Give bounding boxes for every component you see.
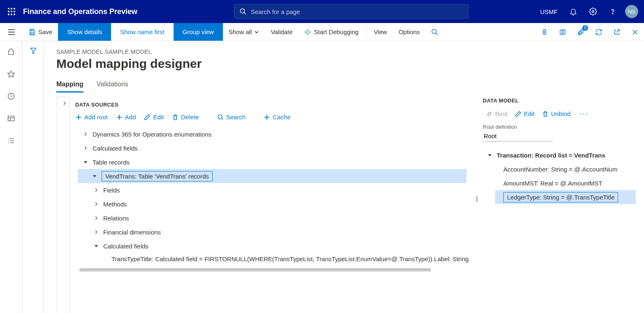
home-icon[interactable] [3,45,19,58]
delete-icon [542,111,549,117]
dm-more-button[interactable]: ··· [578,109,590,118]
edit-button[interactable]: Edit [144,114,164,121]
svg-point-23 [432,29,436,34]
unbind-button[interactable]: Unbind [542,110,571,117]
left-nav-rail [0,41,23,313]
tree-node-calc-fields-child[interactable]: Calculated fields [75,239,466,253]
svg-point-1 [11,8,12,9]
show-name-first-button[interactable]: Show name first [111,23,174,41]
svg-point-45 [218,115,222,119]
show-all-label: Show all [229,28,252,35]
attachments-button[interactable]: 0 [572,23,590,41]
refresh-button[interactable] [590,23,608,41]
notifications-icon[interactable] [563,0,583,23]
svg-point-2 [14,8,15,9]
recent-icon[interactable] [3,90,19,103]
tab-mapping[interactable]: Mapping [56,81,83,93]
svg-line-24 [436,33,438,35]
tree-node-fields[interactable]: Fields [75,183,466,197]
cache-button[interactable]: Cache [264,114,290,121]
user-avatar[interactable]: NS [625,5,638,18]
action-bar: Save Show details Show name first Group … [0,23,644,41]
action-search-button[interactable] [426,23,444,41]
nav-pane-toggle[interactable] [0,23,23,41]
tree-node-vendtrans[interactable]: VendTrans: Table 'VendTrans' records [78,169,466,183]
edit-icon [515,111,521,117]
popout-button[interactable] [608,23,626,41]
add-button[interactable]: Add [116,114,136,121]
tree-node-enumerations[interactable]: Dynamics 365 for Operations enumerations [75,127,466,141]
refresh-icon [595,28,602,36]
help-icon[interactable] [603,0,623,23]
start-debugging-button[interactable]: Start Debugging [298,23,364,41]
svg-point-4 [11,11,12,12]
settings-icon[interactable] [583,0,603,23]
legal-entity[interactable]: USMF [535,8,564,15]
diamond-icon [541,28,548,36]
modules-icon[interactable] [3,134,19,147]
debug-icon [304,28,311,36]
tree-node-methods[interactable]: Methods [75,197,466,211]
svg-point-18 [306,30,310,34]
app-title: Finance and Operations Preview [23,7,137,16]
close-icon [631,28,639,36]
main-content: SAMPLE MODEL SAMPLE MODEL Model mapping … [44,41,644,313]
root-definition-input[interactable] [483,131,553,141]
svg-point-11 [592,11,594,13]
view-menu[interactable]: View [368,23,393,41]
app-launcher-icon[interactable] [0,0,23,23]
show-details-button[interactable]: Show details [58,23,111,41]
search-button[interactable]: Search [217,114,246,121]
favorites-icon[interactable] [3,67,19,81]
horizontal-scrollbar[interactable] [79,268,446,272]
dm-node-ledgertype[interactable]: LedgerType: String = @.TransTypeTitle [495,190,636,204]
search-icon [431,28,438,36]
breadcrumb: SAMPLE MODEL SAMPLE MODEL [56,49,644,55]
svg-point-12 [612,13,613,14]
panel-splitter[interactable]: ‖ [470,97,483,313]
bind-button[interactable]: Bind [486,110,507,117]
data-sources-tree: Dynamics 365 for Operations enumerations… [75,127,466,265]
dm-node-amountmst[interactable]: AmountMST: Real = @.AmountMST [483,176,636,190]
data-sources-panel: DATA SOURCES Add root Add Edit Delete Se… [56,97,470,313]
svg-marker-50 [93,175,96,177]
svg-point-5 [14,11,15,12]
dm-node-accountnumber[interactable]: AccountNumber: String = @.AccountNum [483,162,636,176]
tree-node-transtypetitle[interactable]: TransTypeTitle: Calculated field = FIRST… [75,253,466,265]
dm-edit-button[interactable]: Edit [515,110,535,117]
tree-node-financial-dimensions[interactable]: Financial dimensions [75,225,466,239]
svg-rect-17 [31,32,33,34]
tree-node-calc-fields[interactable]: Calculated fields [75,141,466,155]
search-icon [217,114,224,121]
svg-marker-49 [84,161,87,163]
svg-line-46 [222,118,223,120]
collapse-data-source-types[interactable] [56,97,69,313]
chevron-down-icon [94,244,98,248]
svg-marker-40 [30,48,36,54]
workspaces-icon[interactable] [3,112,19,125]
search-icon [239,8,247,15]
global-search[interactable] [234,4,468,19]
validate-button[interactable]: Validate [265,23,298,41]
personalize-button[interactable] [535,23,554,41]
group-view-button[interactable]: Group view [174,23,223,41]
map-icon [559,28,566,36]
plus-icon [116,114,123,121]
delete-button[interactable]: Delete [172,114,199,121]
options-menu[interactable]: Options [393,23,426,41]
tree-node-table-records[interactable]: Table records [75,155,466,169]
chevron-right-icon [94,202,98,206]
top-bar: Finance and Operations Preview USMF NS [0,0,644,23]
show-all-dropdown[interactable]: Show all [223,23,265,41]
filter-pane-toggle[interactable] [23,41,44,313]
dm-node-transaction[interactable]: Transaction: Record list = VendTrans [483,148,636,162]
page-options-button[interactable] [554,23,572,41]
separator [366,26,366,37]
add-root-button[interactable]: Add root [75,114,108,121]
close-button[interactable] [626,23,644,41]
tab-validations[interactable]: Validations [97,81,128,93]
save-button[interactable]: Save [23,23,58,41]
svg-point-7 [11,14,12,15]
global-search-input[interactable] [251,8,463,15]
tree-node-relations[interactable]: Relations [75,211,466,225]
